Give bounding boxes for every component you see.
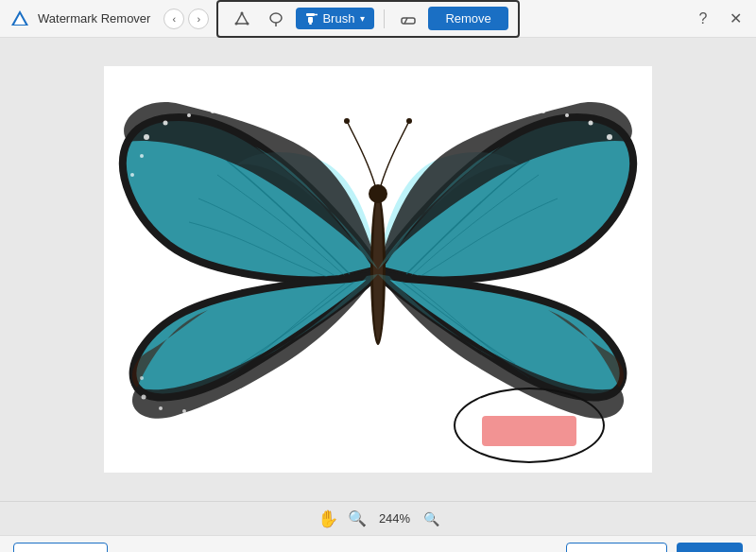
brush-label: Brush [322,11,354,26]
polygon-icon [233,10,250,27]
app-title: Watermark Remover [38,11,150,26]
svg-rect-7 [306,13,315,16]
remove-button[interactable]: Remove [428,7,507,30]
eraser-icon [400,10,417,27]
bottom-bar: New Image Crop & Save Save [0,535,756,552]
svg-point-17 [211,110,215,113]
new-image-button[interactable]: New Image [13,543,108,552]
svg-point-28 [182,409,186,413]
svg-rect-11 [402,18,415,24]
watermark-selection [482,416,576,446]
brush-tool-button[interactable]: Brush ▾ [296,8,374,29]
back-arrow[interactable]: ‹ [163,9,184,29]
svg-point-23 [565,113,569,117]
lasso-tool-button[interactable] [262,6,290,32]
svg-point-25 [513,113,518,118]
svg-point-20 [130,173,134,177]
zoom-bar: ✋ 🔍 244% 🔍 [0,501,756,535]
titlebar-left: Watermark Remover ‹ › [9,0,520,38]
help-icon: ? [699,10,708,27]
butterfly-image [104,66,652,473]
svg-point-18 [239,113,244,118]
zoom-out-icon[interactable]: 🔍 [423,511,439,526]
polygon-tool-button[interactable] [228,6,256,32]
app-logo [9,9,30,29]
svg-point-32 [369,184,387,203]
svg-point-5 [270,13,282,23]
titlebar-right: ? ✕ [692,8,747,30]
lasso-icon [267,10,284,27]
svg-point-2 [235,22,238,25]
svg-point-27 [159,406,163,410]
bottom-right-actions: Crop & Save Save [566,543,743,552]
canvas-area[interactable] [0,38,756,501]
svg-point-21 [607,134,612,140]
svg-point-15 [163,121,168,126]
zoom-level: 244% [376,511,414,526]
svg-point-3 [241,11,244,14]
svg-rect-10 [309,23,312,25]
help-button[interactable]: ? [692,8,714,30]
svg-point-19 [140,154,144,158]
forward-arrow[interactable]: › [188,9,209,29]
brush-icon [305,12,318,26]
svg-point-29 [140,376,144,380]
zoom-in-icon[interactable]: 🔍 [348,509,367,527]
crop-save-button[interactable]: Crop & Save [566,543,668,552]
close-icon: ✕ [730,9,742,27]
save-button[interactable]: Save [677,543,743,552]
svg-line-12 [404,18,407,24]
image-container [104,66,652,473]
svg-rect-9 [308,17,313,23]
svg-point-34 [406,118,412,124]
svg-point-22 [589,121,593,126]
close-button[interactable]: ✕ [724,8,747,30]
svg-point-14 [144,134,149,140]
eraser-tool-button[interactable] [394,6,422,32]
pan-icon[interactable]: ✋ [318,509,338,529]
svg-point-26 [142,395,146,400]
svg-point-16 [187,113,191,117]
toolbar-separator [384,9,385,28]
svg-point-4 [247,22,249,25]
nav-arrows: ‹ › [163,9,209,29]
toolbar: Brush ▾ Remove [216,0,519,38]
titlebar: Watermark Remover ‹ › [0,0,756,38]
svg-point-33 [344,118,350,124]
brush-chevron-icon: ▾ [360,13,365,24]
svg-point-24 [541,110,545,113]
